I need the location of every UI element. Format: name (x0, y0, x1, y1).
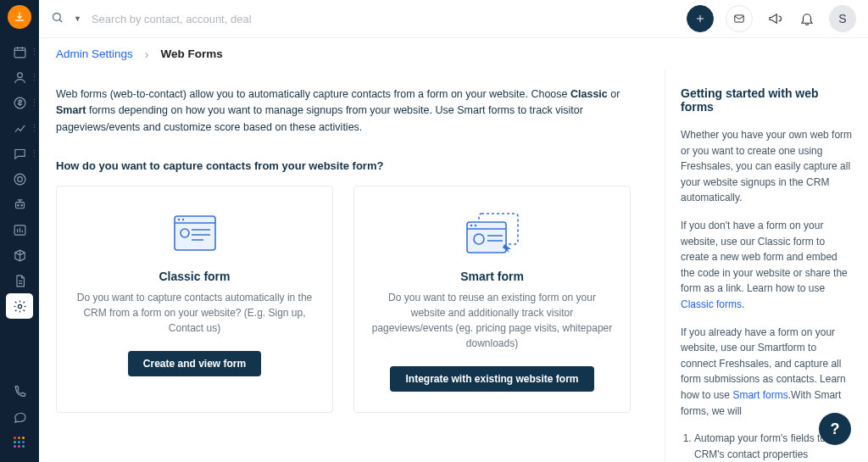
svg-rect-0 (14, 47, 25, 57)
svg-point-13 (177, 219, 179, 220)
classic-form-title: Classic form (74, 270, 315, 283)
chevron-right-icon: › (145, 47, 149, 61)
svg-point-1 (17, 72, 22, 77)
app-logo[interactable] (8, 5, 31, 29)
nav-chat[interactable] (6, 404, 33, 430)
quick-add-button[interactable] (687, 5, 714, 32)
breadcrumb-parent[interactable]: Admin Settings (56, 47, 133, 60)
nav-products[interactable] (6, 242, 33, 268)
smart-form-desc: Do you want to reuse an existing form on… (371, 290, 613, 351)
help-para-3: If you already have a form on your websi… (681, 325, 853, 420)
nav-apps[interactable] (6, 430, 33, 455)
main-content: Web forms (web-to-contact) allow you to … (39, 70, 665, 462)
svg-rect-17 (467, 222, 506, 253)
search-input[interactable] (92, 13, 363, 25)
help-fab[interactable]: ? (819, 413, 851, 445)
svg-point-14 (181, 219, 183, 220)
sidebar: ⋮ ⋮ ⋮ ⋮ ⋮ (0, 0, 39, 462)
svg-point-9 (18, 304, 21, 308)
smart-form-illustration (371, 203, 613, 263)
smart-form-card: Smart form Do you want to reuse an exist… (353, 186, 631, 413)
create-form-button[interactable]: Create and view form (128, 351, 261, 376)
breadcrumb: Admin Settings › Web Forms (39, 37, 868, 70)
apps-icon (14, 437, 25, 448)
classic-form-illustration (74, 203, 315, 263)
classic-forms-link[interactable]: Classic forms (681, 298, 742, 310)
nav-settings[interactable] (6, 293, 33, 319)
svg-point-6 (17, 204, 18, 205)
classic-form-desc: Do you want to capture contacts automati… (74, 290, 315, 336)
nav-calendar[interactable]: ⋮ (6, 39, 33, 64)
svg-point-10 (53, 14, 61, 21)
capture-question: How do you want to capture contacts from… (56, 159, 648, 172)
help-panel: Getting started with web forms Whether y… (665, 70, 868, 462)
breadcrumb-current: Web Forms (160, 47, 222, 60)
svg-point-4 (17, 176, 22, 181)
intro-text: Web forms (web-to-contact) allow you to … (56, 86, 648, 136)
announcements-button[interactable] (765, 8, 785, 29)
nav-deals[interactable]: ⋮ (6, 90, 33, 115)
svg-rect-5 (15, 202, 24, 208)
smart-form-title: Smart form (371, 270, 613, 283)
nav-goals[interactable] (6, 166, 33, 192)
svg-point-3 (14, 174, 25, 185)
svg-point-18 (470, 225, 471, 226)
topbar: ▼ S (39, 0, 868, 37)
svg-point-7 (20, 204, 21, 205)
nav-phone[interactable] (6, 379, 33, 404)
nav-conversations[interactable]: ⋮ (6, 141, 33, 166)
help-para-1: Whether you have your own web form or yo… (681, 127, 853, 206)
svg-point-19 (474, 225, 476, 226)
nav-bot[interactable] (6, 192, 33, 217)
notifications-button[interactable] (797, 8, 817, 29)
nav-reports[interactable]: ⋮ (6, 115, 33, 141)
user-avatar[interactable]: S (829, 5, 856, 32)
search-icon[interactable] (51, 11, 64, 26)
email-button[interactable] (726, 5, 753, 32)
nav-documents[interactable] (6, 268, 33, 293)
help-para-2: If you don't have a form on your website… (681, 218, 853, 313)
classic-form-card: Classic form Do you want to capture cont… (56, 186, 333, 413)
search-filter-dropdown[interactable]: ▼ (74, 14, 81, 23)
help-panel-title: Getting started with web forms (681, 86, 853, 114)
nav-analytics[interactable] (6, 217, 33, 242)
integrate-form-button[interactable]: Integrate with existing website form (390, 366, 593, 392)
nav-contacts[interactable]: ⋮ (6, 64, 33, 90)
smart-forms-link[interactable]: Smart forms (732, 389, 787, 401)
